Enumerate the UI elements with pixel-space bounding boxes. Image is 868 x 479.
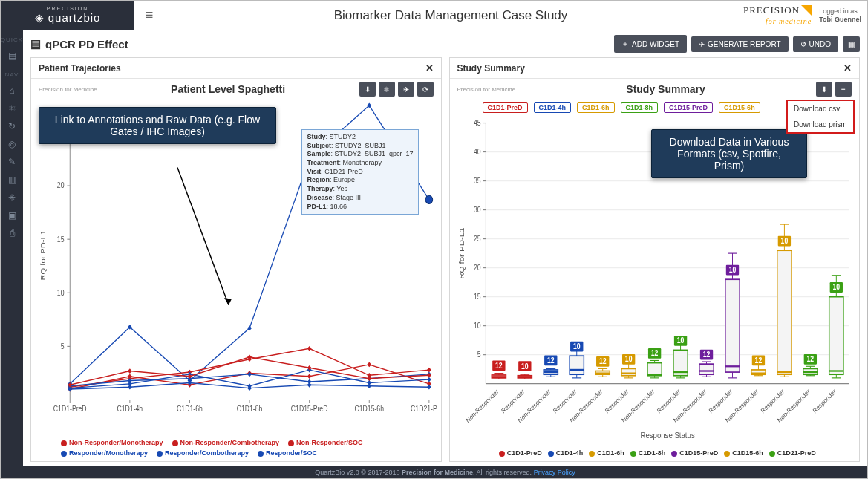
nav-edit-icon[interactable]: ✎: [8, 157, 16, 167]
svg-text:15: 15: [474, 292, 481, 301]
visit-legend-pills: C1D1-PreDC1D1-4hC1D1-6hC1D1-8hC1D15-PreD…: [483, 102, 760, 113]
svg-text:10: 10: [474, 321, 481, 330]
legend-item: C1D1-PreD: [493, 449, 542, 457]
share-button[interactable]: ⚛: [379, 82, 395, 97]
hamburger-icon[interactable]: ≡: [134, 7, 164, 23]
visit-pill[interactable]: C1D15-6h: [719, 102, 760, 113]
download-menu-item[interactable]: Download prism: [788, 117, 853, 132]
svg-text:RQ for PD-L1: RQ for PD-L1: [457, 227, 466, 279]
nav-print-icon[interactable]: ⎙: [10, 228, 15, 238]
svg-text:Responder: Responder: [707, 387, 733, 414]
spaghetti-chart[interactable]: 510152025C1D1-PreDC1D1-4hC1D1-6hC1D1-8hC…: [31, 100, 441, 437]
grid-icon: ▦: [848, 40, 855, 48]
svg-text:40: 40: [474, 147, 481, 156]
svg-text:12: 12: [546, 356, 554, 365]
panel-title: Patient Trajectories: [39, 63, 121, 74]
boxplot-legend: C1D1-PreDC1D1-4hC1D1-6hC1D1-8hC1D15-PreD…: [450, 448, 860, 461]
nav-list-icon[interactable]: ▤: [8, 50, 16, 61]
svg-point-27: [425, 195, 433, 203]
nav-group-quick: QUICK: [1, 36, 23, 43]
download-button[interactable]: ⬇: [359, 82, 376, 97]
svg-text:10: 10: [57, 289, 65, 297]
nav-share-icon[interactable]: ⚛: [8, 103, 16, 114]
legend-item: C1D1-8h: [624, 449, 666, 457]
boxplot-chart[interactable]: C1D1-PreDC1D1-4hC1D1-6hC1D1-8hC1D15-PreD…: [450, 100, 860, 448]
nav-link-icon[interactable]: ✳: [8, 192, 16, 203]
nav-refresh-icon[interactable]: ↻: [8, 121, 16, 131]
svg-text:Responder: Responder: [552, 387, 578, 414]
legend-item: C1D15-PreD: [665, 449, 718, 457]
page-title: Biomarker Data Management Case Study: [164, 8, 737, 23]
nav-target-icon[interactable]: ◎: [8, 139, 16, 149]
panel-subbrand: Precision for Medicine: [457, 86, 516, 93]
svg-rect-136: [725, 279, 739, 372]
nav-chart-icon[interactable]: ▥: [8, 175, 16, 185]
legend-item: Responder/Monotherapy: [61, 449, 148, 457]
logged-in-info: Logged in as: Tobi Guennel: [819, 7, 861, 24]
svg-text:12: 12: [598, 357, 606, 366]
svg-text:15: 15: [57, 235, 65, 244]
svg-text:10: 10: [780, 236, 788, 245]
svg-text:10: 10: [521, 362, 529, 371]
chart-title: Patient Level Spaghetti: [97, 83, 359, 95]
datapoint-tooltip: Study: STUDY2Subject: STUDY2_SUBJ1Sample…: [301, 129, 418, 215]
legend-item: Non-Responder/Monotherapy: [61, 439, 163, 446]
clipboard-icon: ▤: [30, 37, 41, 50]
svg-text:Responder: Responder: [656, 387, 682, 414]
svg-rect-152: [777, 250, 791, 374]
brand-precision: PRECISION: [35, 6, 101, 11]
visit-pill[interactable]: C1D1-8h: [621, 102, 659, 113]
refresh-button[interactable]: ⟳: [417, 82, 434, 97]
nav-home-icon[interactable]: ⌂: [9, 85, 14, 96]
svg-text:12: 12: [650, 349, 658, 358]
undo-button[interactable]: ↺UNDO: [793, 36, 838, 52]
svg-text:C1D1-PreD: C1D1-PreD: [53, 405, 87, 414]
panel-close-icon[interactable]: ✕: [425, 62, 434, 74]
footer: QuartzBio v2.0 © 2017-2018 Precision for…: [23, 466, 867, 478]
svg-text:RQ for PD-L1: RQ for PD-L1: [39, 230, 47, 281]
plus-icon: ＋: [621, 39, 629, 49]
svg-text:Response Status: Response Status: [640, 430, 694, 440]
legend-item: C1D1-4h: [542, 449, 584, 457]
svg-text:12: 12: [702, 350, 710, 359]
visit-pill[interactable]: C1D15-PreD: [664, 102, 713, 113]
nav-group-nav: NAV: [5, 71, 19, 78]
privacy-link[interactable]: Privacy Policy: [534, 469, 575, 476]
brand-logo: PRECISION ◈ quartzbio: [1, 1, 134, 30]
svg-text:30: 30: [474, 205, 481, 214]
svg-text:20: 20: [57, 182, 65, 190]
svg-text:12: 12: [806, 354, 814, 363]
send-button[interactable]: ✈: [398, 82, 414, 97]
download-menu-item[interactable]: Download csv: [788, 101, 853, 117]
svg-text:35: 35: [474, 176, 481, 185]
legend-item: C1D15-6h: [718, 449, 763, 457]
svg-text:C1D15-6h: C1D15-6h: [355, 405, 385, 414]
svg-text:Responder: Responder: [604, 387, 630, 414]
svg-text:10: 10: [572, 342, 580, 351]
svg-text:Responder: Responder: [500, 387, 526, 414]
grid-view-button[interactable]: ▦: [843, 36, 860, 52]
nav-clipboard-icon[interactable]: ▣: [8, 210, 16, 221]
undo-icon: ↺: [800, 40, 806, 48]
svg-text:10: 10: [832, 283, 840, 292]
add-widget-button[interactable]: ＋ADD WIDGET: [614, 35, 687, 53]
legend-item: Non-Responder/SOC: [288, 439, 363, 446]
visit-pill[interactable]: C1D1-6h: [577, 102, 615, 113]
svg-text:C1D1-8h: C1D1-8h: [237, 405, 263, 414]
spaghetti-legend: Non-Responder/MonotherapyNon-Responder/C…: [31, 437, 441, 461]
legend-item: Responder/Combotherapy: [157, 449, 249, 457]
panel-subbrand: Precision for Medicine: [39, 86, 97, 93]
svg-text:12: 12: [754, 356, 762, 365]
svg-text:C1D1-4h: C1D1-4h: [117, 405, 143, 414]
precision-medicine-logo: PRECISION for medicine: [743, 5, 812, 25]
download-button[interactable]: ⬇: [816, 82, 832, 97]
svg-text:C1D21-PreD: C1D21-PreD: [411, 405, 436, 414]
generate-report-button[interactable]: ✈GENERATE REPORT: [691, 36, 789, 52]
svg-rect-128: [699, 364, 713, 374]
menu-button[interactable]: ≡: [835, 82, 852, 97]
visit-pill[interactable]: C1D1-4h: [534, 102, 572, 113]
left-nav: QUICK ▤ NAV ⌂ ⚛ ↻ ◎ ✎ ▥ ✳ ▣ ⎙: [1, 30, 23, 478]
panel-study-summary: Study Summary ✕ Precision for Medicine S…: [449, 57, 861, 462]
panel-close-icon[interactable]: ✕: [843, 62, 852, 74]
visit-pill[interactable]: C1D1-PreD: [483, 102, 528, 113]
